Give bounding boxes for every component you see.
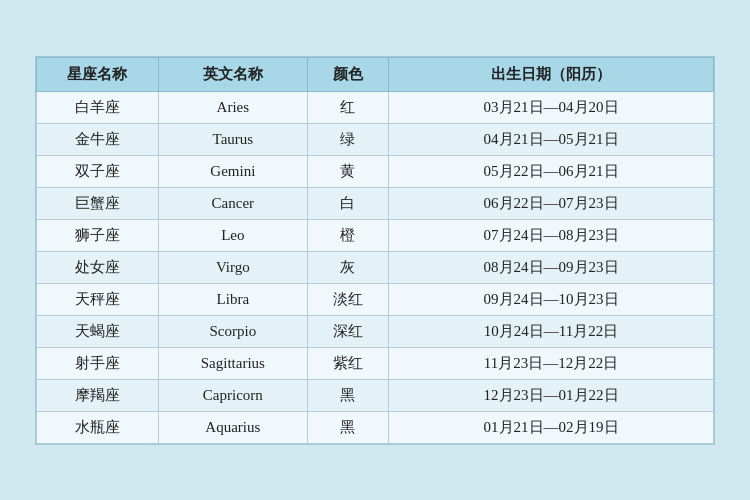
cell-english: Taurus [158,123,307,155]
cell-english: Virgo [158,251,307,283]
header-date: 出生日期（阳历） [389,57,714,91]
cell-color: 橙 [307,219,388,251]
cell-date: 12月23日—01月22日 [389,379,714,411]
cell-chinese: 白羊座 [37,91,159,123]
zodiac-table: 星座名称 英文名称 颜色 出生日期（阳历） 白羊座Aries红03月21日—04… [36,57,714,444]
cell-chinese: 天蝎座 [37,315,159,347]
cell-date: 10月24日—11月22日 [389,315,714,347]
cell-date: 01月21日—02月19日 [389,411,714,443]
table-row: 巨蟹座Cancer白06月22日—07月23日 [37,187,714,219]
table-row: 处女座Virgo灰08月24日—09月23日 [37,251,714,283]
cell-english: Leo [158,219,307,251]
zodiac-table-container: 星座名称 英文名称 颜色 出生日期（阳历） 白羊座Aries红03月21日—04… [35,56,715,445]
table-row: 金牛座Taurus绿04月21日—05月21日 [37,123,714,155]
cell-date: 05月22日—06月21日 [389,155,714,187]
cell-color: 黄 [307,155,388,187]
cell-english: Scorpio [158,315,307,347]
cell-date: 06月22日—07月23日 [389,187,714,219]
cell-color: 灰 [307,251,388,283]
cell-chinese: 摩羯座 [37,379,159,411]
cell-chinese: 天秤座 [37,283,159,315]
cell-date: 09月24日—10月23日 [389,283,714,315]
header-color: 颜色 [307,57,388,91]
header-english: 英文名称 [158,57,307,91]
cell-chinese: 射手座 [37,347,159,379]
cell-english: Cancer [158,187,307,219]
cell-color: 紫红 [307,347,388,379]
cell-color: 白 [307,187,388,219]
table-row: 白羊座Aries红03月21日—04月20日 [37,91,714,123]
cell-chinese: 狮子座 [37,219,159,251]
cell-english: Libra [158,283,307,315]
cell-color: 红 [307,91,388,123]
cell-date: 03月21日—04月20日 [389,91,714,123]
cell-color: 深红 [307,315,388,347]
table-header-row: 星座名称 英文名称 颜色 出生日期（阳历） [37,57,714,91]
table-row: 水瓶座Aquarius黑01月21日—02月19日 [37,411,714,443]
cell-color: 黑 [307,379,388,411]
header-chinese: 星座名称 [37,57,159,91]
cell-chinese: 双子座 [37,155,159,187]
table-row: 射手座Sagittarius紫红11月23日—12月22日 [37,347,714,379]
cell-english: Gemini [158,155,307,187]
cell-color: 淡红 [307,283,388,315]
cell-english: Aries [158,91,307,123]
cell-color: 黑 [307,411,388,443]
cell-chinese: 巨蟹座 [37,187,159,219]
cell-chinese: 水瓶座 [37,411,159,443]
cell-chinese: 金牛座 [37,123,159,155]
cell-color: 绿 [307,123,388,155]
cell-date: 08月24日—09月23日 [389,251,714,283]
table-row: 天秤座Libra淡红09月24日—10月23日 [37,283,714,315]
table-row: 天蝎座Scorpio深红10月24日—11月22日 [37,315,714,347]
cell-english: Sagittarius [158,347,307,379]
table-body: 白羊座Aries红03月21日—04月20日金牛座Taurus绿04月21日—0… [37,91,714,443]
cell-chinese: 处女座 [37,251,159,283]
table-row: 双子座Gemini黄05月22日—06月21日 [37,155,714,187]
cell-date: 04月21日—05月21日 [389,123,714,155]
cell-date: 07月24日—08月23日 [389,219,714,251]
table-row: 狮子座Leo橙07月24日—08月23日 [37,219,714,251]
cell-english: Aquarius [158,411,307,443]
cell-date: 11月23日—12月22日 [389,347,714,379]
table-row: 摩羯座Capricorn黑12月23日—01月22日 [37,379,714,411]
cell-english: Capricorn [158,379,307,411]
